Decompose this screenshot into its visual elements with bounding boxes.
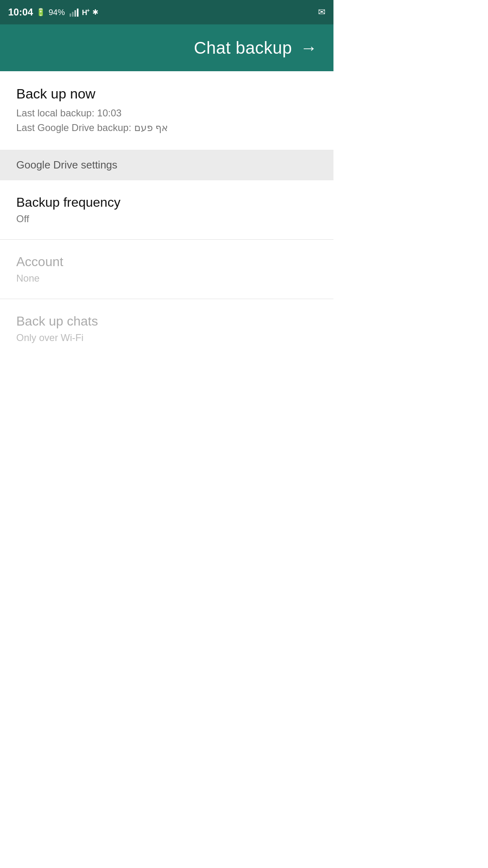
backup-frequency-value: Off [16,213,317,225]
google-drive-settings-header: Google Drive settings [0,150,333,180]
content: Back up now Last local backup: 10:03 Las… [0,71,333,358]
bluetooth-icon: ✱ [92,8,98,17]
account-value: None [16,273,317,284]
status-time: 10:04 [8,7,33,18]
account-title: Account [16,254,317,269]
backup-frequency-item[interactable]: Backup frequency Off [0,180,333,240]
backup-frequency-title: Backup frequency [16,195,317,210]
gmail-icon: ✉ [318,7,325,17]
app-bar-title: Chat backup [194,38,292,58]
back-up-now-item[interactable]: Back up now Last local backup: 10:03 Las… [0,71,333,150]
status-left: 10:04 🔋 94% H+ ✱ [8,7,98,18]
signal-icon [70,8,78,17]
status-bar: 10:04 🔋 94% H+ ✱ ✉ [0,0,333,24]
account-item[interactable]: Account None [0,240,333,299]
status-right: ✉ [318,7,325,17]
back-up-chats-item[interactable]: Back up chats Only over Wi-Fi [0,299,333,358]
network-type-icon: H+ [82,8,89,17]
back-up-chats-value: Only over Wi-Fi [16,332,317,343]
app-bar: Chat backup → [0,24,333,71]
last-google-drive-backup: Last Google Drive backup: אף פעם [16,120,317,135]
app-bar-arrow[interactable]: → [300,38,317,58]
battery-percent: 94% [48,8,65,17]
back-up-chats-title: Back up chats [16,314,317,329]
back-up-now-title: Back up now [16,86,317,102]
last-local-backup: Last local backup: 10:03 [16,106,317,120]
battery-icon: 🔋 [36,8,45,17]
